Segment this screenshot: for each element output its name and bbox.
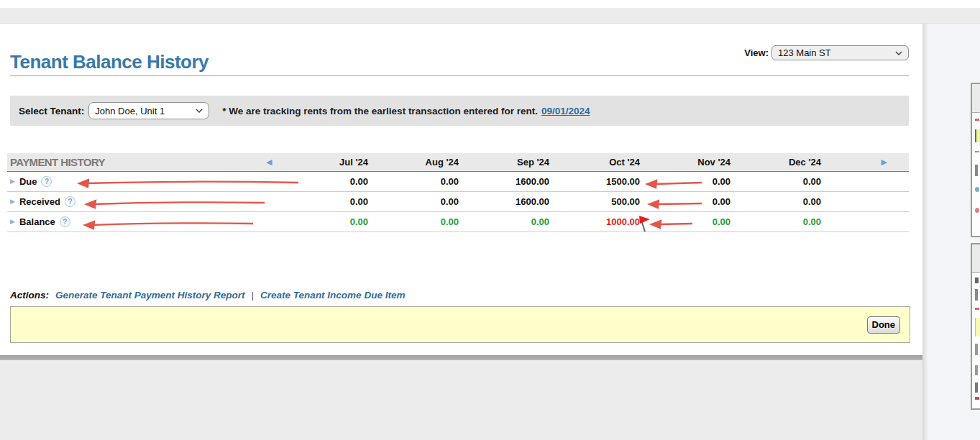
cutoff-side-panel [971,243,980,410]
row-label: Balance [19,216,55,227]
title-divider [10,75,909,76]
table-row-due: ▶ Due ? 0.00 0.00 1600.00 1500.00 0.00 0… [7,172,909,192]
done-button[interactable]: Done [867,316,901,334]
actions-label: Actions: [10,290,49,301]
payment-history-table: PAYMENT HISTORY ◀ Jul '24 Aug '24 Sep '2… [7,153,909,232]
tenant-selector-bar: Select Tenant: John Doe, Unit 1 * We are… [10,96,909,126]
table-row-balance: ▶ Balance ? 0.00 0.00 0.00 1000.00 0.00 … [7,212,909,232]
payment-history-title: PAYMENT HISTORY [7,156,266,168]
page-title: Tenant Balance History [10,51,209,73]
link-separator: | [252,290,255,301]
actions-line: Actions: Generate Tenant Payment History… [10,290,405,301]
received-sep: 1600.00 [462,196,552,207]
select-tenant-label: Select Tenant: [19,106,84,116]
balance-dec: 0.00 [733,216,824,227]
tracking-date-link[interactable]: 09/01/2024 [541,106,590,116]
cutoff-panel-header [972,84,980,113]
balance-oct: 1000.00 [552,216,643,227]
month-header: Oct '24 [552,157,643,168]
footer-bar: Done [10,306,910,343]
view-select-value: 123 Main ST [778,47,831,58]
row-label: Due [19,176,37,187]
due-jul: 0.00 [280,176,371,187]
page: Tenant Balance History View: 123 Main ST… [0,0,980,440]
due-dec: 0.00 [733,176,824,187]
chevron-down-icon [895,51,902,55]
payment-history-header: PAYMENT HISTORY ◀ Jul '24 Aug '24 Sep '2… [7,153,909,172]
chevron-down-icon [196,109,203,113]
top-gray-band [0,8,980,24]
tracking-note-text: * We are tracking rents from the earlies… [222,106,538,116]
month-header: Sep '24 [462,157,552,168]
bottom-divider [0,355,922,360]
next-months-icon[interactable]: ▶ [881,158,909,166]
received-nov: 0.00 [643,196,733,207]
view-select[interactable]: 123 Main ST [771,45,909,60]
balance-sep: 0.00 [462,216,552,227]
help-icon[interactable]: ? [60,216,70,227]
help-icon[interactable]: ? [41,176,52,187]
create-income-due-item-link[interactable]: Create Tenant Income Due Item [260,290,405,301]
row-label-cell: ▶ Balance ? [7,216,266,227]
due-sep: 1600.00 [462,176,552,187]
prev-months-icon[interactable]: ◀ [266,158,280,166]
month-header: Jul '24 [280,157,371,168]
view-row: View: 123 Main ST [744,45,909,60]
due-nov: 0.00 [643,176,733,187]
balance-aug: 0.00 [371,216,462,227]
row-label-cell: ▶ Received ? [7,196,266,207]
month-header: Nov '24 [643,157,733,168]
tenant-select-value: John Doe, Unit 1 [95,106,165,116]
received-dec: 0.00 [733,196,824,207]
expand-row-icon[interactable]: ▶ [10,198,15,205]
generate-report-link[interactable]: Generate Tenant Payment History Report [55,290,245,301]
due-oct: 1500.00 [552,176,643,187]
due-aug: 0.00 [371,176,462,187]
balance-jul: 0.00 [280,216,371,227]
cutoff-side-panel [971,83,980,237]
help-icon[interactable]: ? [65,196,75,207]
tracking-note: * We are tracking rents from the earlies… [222,106,590,116]
expand-row-icon[interactable]: ▶ [10,178,15,185]
cutoff-panel-header [972,244,980,273]
top-spacer [0,0,980,8]
balance-nov: 0.00 [643,216,733,227]
month-header: Dec '24 [733,157,824,168]
table-row-received: ▶ Received ? 0.00 0.00 1600.00 500.00 0.… [7,192,909,212]
main-panel: Tenant Balance History View: 123 Main ST… [0,24,922,355]
received-jul: 0.00 [280,196,371,207]
row-label: Received [19,196,60,207]
view-label: View: [744,47,769,58]
tenant-select[interactable]: John Doe, Unit 1 [88,102,209,119]
expand-row-icon[interactable]: ▶ [10,219,15,225]
row-label-cell: ▶ Due ? [7,176,266,187]
received-oct: 500.00 [552,196,643,207]
received-aug: 0.00 [371,196,462,207]
month-header: Aug '24 [371,157,462,168]
content-edge-shadow [922,24,928,440]
